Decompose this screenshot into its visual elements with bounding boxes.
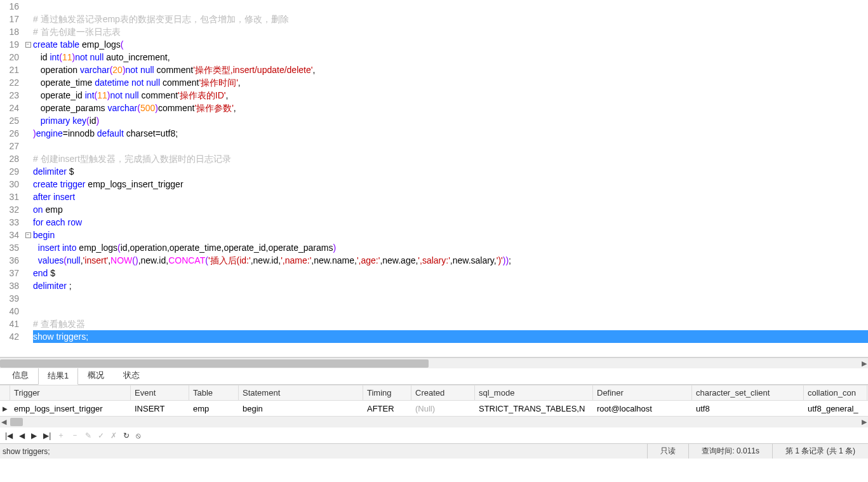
nav-next-icon[interactable]: ▶ [31, 431, 37, 440]
result-grid: Trigger Event Table Statement Timing Cre… [0, 385, 868, 427]
nav-edit-icon: ✎ [85, 431, 91, 440]
sql-editor[interactable]: 1617181920212223242526272829303132333435… [0, 0, 868, 358]
nav-refresh-icon[interactable]: ↻ [123, 431, 130, 440]
col-event[interactable]: Event [131, 385, 189, 400]
cell-event[interactable]: INSERT [131, 401, 189, 416]
status-query-time: 查询时间: 0.011s [688, 444, 772, 459]
col-created[interactable]: Created [411, 385, 475, 400]
cell-timing[interactable]: AFTER [363, 401, 411, 416]
nav-first-icon[interactable]: |◀ [5, 431, 13, 440]
cell-sqlmode[interactable]: STRICT_TRANS_TABLES,N [475, 401, 593, 416]
col-table[interactable]: Table [189, 385, 239, 400]
nav-delete-icon: － [71, 430, 79, 441]
editor-horizontal-scrollbar[interactable]: ▶ [0, 358, 868, 368]
tab-0[interactable]: 信息 [3, 366, 38, 384]
nav-last-icon[interactable]: ▶| [43, 431, 51, 440]
row-indicator-icon: ▶ [0, 405, 10, 412]
cell-definer[interactable]: root@localhost [593, 401, 692, 416]
record-nav-toolbar: |◀ ◀ ▶ ▶| ＋ － ✎ ✓ ✗ ↻ ⦸ [0, 427, 868, 443]
grid-corner [0, 385, 10, 400]
grid-header: Trigger Event Table Statement Timing Cre… [0, 385, 868, 401]
col-statement[interactable]: Statement [239, 385, 363, 400]
cell-collation[interactable]: utf8_general_ [804, 401, 867, 416]
col-definer[interactable]: Definer [593, 385, 692, 400]
code-area[interactable]: # 通过触发器记录emp表的数据变更日志，包含增加，修改，删除# 首先创建一张日… [32, 0, 868, 357]
nav-post-icon: ✓ [98, 431, 104, 440]
col-collation[interactable]: collation_con [804, 385, 867, 400]
col-timing[interactable]: Timing [363, 385, 411, 400]
cell-statement[interactable]: begin [239, 401, 363, 416]
tab-1[interactable]: 结果1 [38, 367, 78, 385]
scrollbar-thumb[interactable] [0, 359, 429, 368]
cell-table[interactable]: emp [189, 401, 239, 416]
line-number-gutter: 1617181920212223242526272829303132333435… [0, 0, 24, 357]
scrollbar-arrow-left-icon[interactable]: ◀ [1, 418, 6, 426]
nav-prev-icon[interactable]: ◀ [19, 431, 25, 440]
cell-trigger[interactable]: emp_logs_insert_trigger [10, 401, 131, 416]
status-bar: show triggers; 只读 查询时间: 0.011s 第 1 条记录 (… [0, 443, 868, 459]
col-charset[interactable]: character_set_client [692, 385, 804, 400]
tab-3[interactable]: 状态 [114, 366, 149, 384]
tab-2[interactable]: 概况 [78, 366, 114, 384]
cell-charset[interactable]: utf8 [692, 401, 804, 416]
scrollbar-thumb[interactable] [10, 418, 23, 426]
result-tabs: 信息结果1概况状态 [0, 368, 868, 385]
col-sqlmode[interactable]: sql_mode [475, 385, 593, 400]
scrollbar-arrow-right-icon[interactable]: ▶ [862, 359, 867, 368]
nav-insert-icon: ＋ [57, 430, 65, 441]
grid-row[interactable]: ▶ emp_logs_insert_trigger INSERT emp beg… [0, 401, 868, 416]
status-record-count: 第 1 条记录 (共 1 条) [772, 444, 868, 459]
nav-cancel-icon: ✗ [110, 431, 117, 440]
status-readonly: 只读 [647, 444, 688, 459]
grid-horizontal-scrollbar[interactable]: ◀ ▶ [0, 416, 868, 427]
scrollbar-arrow-right-icon[interactable]: ▶ [862, 418, 867, 426]
fold-gutter[interactable]: −− [24, 0, 32, 357]
cell-created[interactable]: (Null) [411, 401, 475, 416]
status-query: show triggers; [0, 447, 647, 456]
col-trigger[interactable]: Trigger [10, 385, 131, 400]
nav-stop-icon[interactable]: ⦸ [136, 431, 141, 440]
